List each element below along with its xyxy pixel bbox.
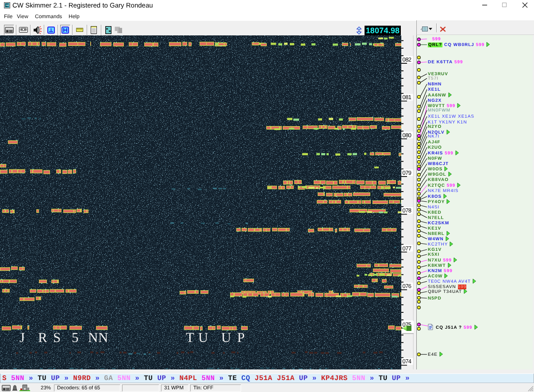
svg-text:080: 080 xyxy=(403,132,411,138)
svg-text:J: J xyxy=(19,330,25,345)
svg-text:079: 079 xyxy=(403,169,411,176)
svg-text:082: 082 xyxy=(403,56,411,63)
svg-text:081: 081 xyxy=(403,94,411,100)
svg-text:P: P xyxy=(237,330,245,345)
svg-text:078: 078 xyxy=(403,207,411,214)
svg-text:T: T xyxy=(186,330,194,345)
svg-text:U: U xyxy=(221,330,231,345)
svg-text:U: U xyxy=(198,330,208,345)
svg-text:077: 077 xyxy=(403,245,411,252)
svg-text:074: 074 xyxy=(403,358,411,365)
svg-text:S: S xyxy=(53,330,61,345)
svg-text:5: 5 xyxy=(72,330,79,345)
svg-text:R: R xyxy=(38,330,47,345)
svg-text:N: N xyxy=(98,330,108,345)
svg-text:N: N xyxy=(88,330,98,345)
svg-text:076: 076 xyxy=(403,283,411,289)
